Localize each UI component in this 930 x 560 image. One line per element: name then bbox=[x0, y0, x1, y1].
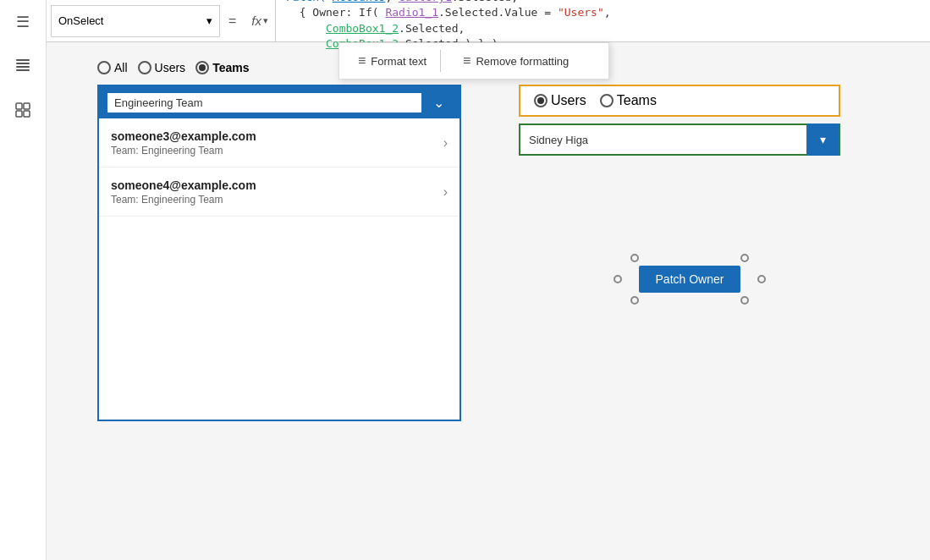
radio-teams-label: Teams bbox=[212, 61, 249, 74]
property-dropdown-icon: ▾ bbox=[206, 14, 212, 27]
layers-icon[interactable] bbox=[9, 52, 36, 80]
combobox-dropdown-button[interactable]: ▾ bbox=[806, 124, 839, 156]
gallery-item-1-email: someone3@example.com bbox=[111, 129, 256, 143]
handle-top-right bbox=[740, 254, 749, 262]
formula-bar: OnSelect ▾ = fx ▾ Patch( Accounts, Galle… bbox=[47, 0, 930, 42]
gallery-item-2-chevron: › bbox=[443, 184, 448, 200]
radio-group-top: All Users Teams bbox=[97, 61, 249, 74]
combobox-selected-value: Sidney Higa bbox=[520, 134, 806, 146]
gallery-search-input[interactable]: Engineering Team bbox=[107, 93, 421, 113]
gallery-item-2[interactable]: someone4@example.com Team: Engineering T… bbox=[99, 167, 459, 217]
radio-all-circle bbox=[97, 61, 111, 74]
format-popup: ≡ Format text ≡ Remove formatting bbox=[338, 42, 609, 80]
handle-top-left bbox=[630, 254, 639, 262]
canvas-area: All Users Teams Engineering Team ⌄ someo… bbox=[47, 42, 930, 560]
radio-users[interactable]: Users bbox=[138, 61, 186, 74]
equals-sign: = bbox=[220, 14, 245, 29]
hamburger-icon[interactable]: ☰ bbox=[9, 8, 36, 36]
radio-teams-circle bbox=[195, 61, 209, 74]
svg-rect-0 bbox=[16, 63, 30, 64]
radio-teams-right-label: Teams bbox=[617, 93, 657, 108]
gallery-item-empty bbox=[99, 217, 459, 420]
gallery-search-bar: Engineering Team ⌄ bbox=[99, 86, 459, 118]
svg-rect-2 bbox=[16, 69, 30, 71]
radio-users-right[interactable]: Users bbox=[534, 93, 586, 108]
gallery-item-2-email: someone4@example.com bbox=[111, 178, 256, 192]
svg-rect-3 bbox=[16, 59, 30, 61]
radio-users-right-circle bbox=[534, 94, 548, 107]
svg-rect-1 bbox=[16, 66, 30, 68]
handle-bottom-right bbox=[740, 296, 749, 305]
handle-bottom-left bbox=[630, 296, 639, 305]
remove-formatting-icon: ≡ bbox=[463, 53, 471, 69]
remove-formatting-button[interactable]: ≡ Remove formatting bbox=[458, 50, 574, 72]
format-text-icon: ≡ bbox=[358, 53, 366, 69]
gallery-item-1[interactable]: someone3@example.com Team: Engineering T… bbox=[99, 118, 459, 167]
radio-all-label: All bbox=[114, 61, 128, 74]
combobox-panel[interactable]: Sidney Higa ▾ bbox=[519, 124, 840, 156]
patch-owner-button[interactable]: Patch Owner bbox=[639, 266, 741, 293]
sidebar: ☰ bbox=[0, 0, 47, 560]
fx-dropdown-icon: ▾ bbox=[263, 15, 268, 26]
svg-rect-4 bbox=[16, 103, 22, 109]
handle-middle-left bbox=[614, 275, 622, 283]
patch-owner-wrapper: Patch Owner bbox=[605, 254, 774, 305]
gallery-panel: Engineering Team ⌄ someone3@example.com … bbox=[97, 85, 461, 421]
combobox-dropdown-icon: ▾ bbox=[820, 133, 826, 146]
gallery-item-2-info: someone4@example.com Team: Engineering T… bbox=[111, 178, 256, 206]
radio-all[interactable]: All bbox=[97, 61, 128, 74]
gallery-item-2-team: Team: Engineering Team bbox=[111, 194, 256, 206]
gallery-item-1-info: someone3@example.com Team: Engineering T… bbox=[111, 129, 256, 156]
remove-formatting-label: Remove formatting bbox=[476, 55, 569, 68]
gallery-item-1-chevron: › bbox=[443, 135, 448, 151]
property-value: OnSelect bbox=[58, 14, 103, 27]
right-panel: Users Teams Sidney Higa ▾ bbox=[519, 85, 840, 181]
format-text-button[interactable]: ≡ Format text bbox=[353, 50, 441, 72]
radio-users-circle bbox=[138, 61, 151, 74]
grid-icon[interactable] bbox=[9, 96, 36, 124]
radio-teams-right-circle bbox=[600, 94, 614, 107]
gallery-item-1-team: Team: Engineering Team bbox=[111, 145, 256, 156]
gallery-search-value: Engineering Team bbox=[114, 96, 203, 109]
svg-rect-7 bbox=[24, 111, 30, 117]
radio-panel: Users Teams bbox=[519, 85, 840, 117]
property-selector[interactable]: OnSelect ▾ bbox=[51, 5, 220, 37]
radio-users-label: Users bbox=[155, 61, 186, 74]
fx-label: fx bbox=[251, 14, 261, 28]
fx-button[interactable]: fx ▾ bbox=[245, 0, 276, 41]
svg-rect-5 bbox=[24, 103, 30, 109]
format-text-label: Format text bbox=[371, 55, 426, 68]
radio-teams[interactable]: Teams bbox=[195, 61, 249, 74]
radio-teams-right[interactable]: Teams bbox=[600, 93, 657, 108]
radio-users-right-label: Users bbox=[551, 93, 586, 108]
handle-middle-right bbox=[757, 275, 766, 283]
gallery-search-button[interactable]: ⌄ bbox=[426, 91, 451, 114]
svg-rect-6 bbox=[16, 111, 22, 117]
